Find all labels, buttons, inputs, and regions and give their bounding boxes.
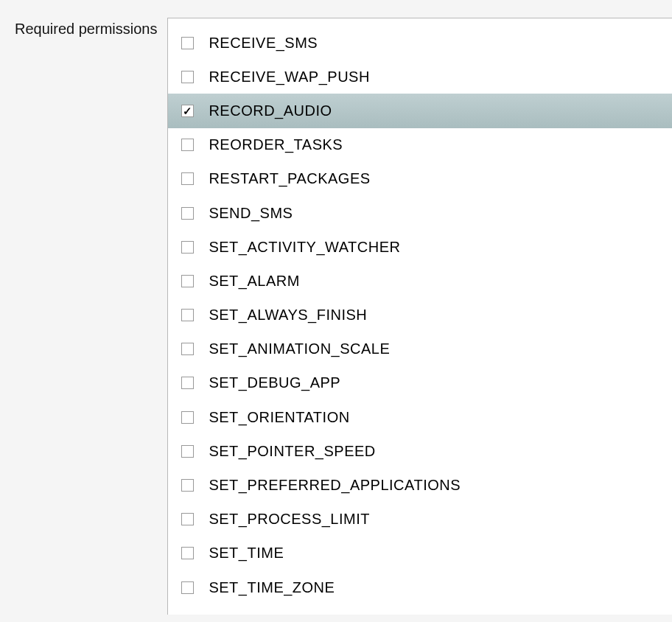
permissions-panel: Required permissions ✓RECEIVE_SMS✓RECEIV…: [0, 0, 672, 622]
permission-checkbox[interactable]: ✓: [181, 411, 194, 424]
permission-checkbox[interactable]: ✓: [181, 37, 194, 49]
permission-checkbox[interactable]: ✓: [181, 377, 194, 389]
permission-row[interactable]: ✓RECEIVE_SMS: [168, 26, 672, 60]
permission-checkbox[interactable]: ✓: [181, 105, 194, 117]
permission-label: RESTART_PACKAGES: [209, 170, 370, 187]
permission-checkbox[interactable]: ✓: [181, 241, 194, 254]
permission-checkbox[interactable]: ✓: [181, 207, 194, 220]
permission-checkbox[interactable]: ✓: [181, 479, 194, 492]
permission-label: RECEIVE_SMS: [209, 35, 318, 52]
permission-label: SET_ALARM: [209, 273, 299, 290]
permissions-list-box[interactable]: ✓RECEIVE_SMS✓RECEIVE_WAP_PUSH✓RECORD_AUD…: [167, 18, 672, 615]
permission-label: SET_ALWAYS_FINISH: [209, 307, 367, 324]
permission-row[interactable]: ✓REORDER_TASKS: [168, 128, 672, 162]
permission-row[interactable]: ✓SET_PROCESS_LIMIT: [168, 503, 672, 537]
permission-row[interactable]: ✓SET_PREFERRED_APPLICATIONS: [168, 468, 672, 502]
permission-checkbox[interactable]: ✓: [181, 445, 194, 458]
permission-row[interactable]: ✓SET_ACTIVITY_WATCHER: [168, 230, 672, 264]
permission-row[interactable]: ✓SET_POINTER_SPEED: [168, 434, 672, 468]
permission-checkbox[interactable]: ✓: [181, 172, 194, 185]
permission-row[interactable]: ✓SET_ALARM: [168, 264, 672, 298]
permission-checkbox[interactable]: ✓: [181, 513, 194, 525]
permission-checkbox[interactable]: ✓: [181, 139, 194, 151]
permissions-list: ✓RECEIVE_SMS✓RECEIVE_WAP_PUSH✓RECORD_AUD…: [168, 18, 672, 615]
permission-label: RECORD_AUDIO: [209, 102, 332, 119]
permission-row[interactable]: ✓SET_ORIENTATION: [168, 400, 672, 434]
checkmark-icon: ✓: [183, 105, 192, 116]
permission-checkbox[interactable]: ✓: [181, 71, 194, 83]
permission-label: SET_PREFERRED_APPLICATIONS: [209, 477, 461, 494]
permission-label: SET_WALLPAPER: [209, 613, 339, 615]
permission-label: SET_DEBUG_APP: [209, 374, 340, 391]
permission-checkbox[interactable]: ✓: [181, 275, 194, 287]
permission-row[interactable]: ✓RECORD_AUDIO: [168, 94, 672, 127]
permission-label: SET_PROCESS_LIMIT: [209, 511, 370, 528]
permission-row[interactable]: ✓SET_WALLPAPER: [168, 604, 672, 615]
permission-row[interactable]: ✓SET_ALWAYS_FINISH: [168, 298, 672, 332]
permission-checkbox[interactable]: ✓: [181, 581, 194, 594]
permission-row[interactable]: ✓RECEIVE_WAP_PUSH: [168, 60, 672, 94]
permission-label: RECEIVE_WAP_PUSH: [209, 69, 369, 85]
permission-label: SET_POINTER_SPEED: [209, 443, 375, 460]
permission-label: SET_ORIENTATION: [209, 409, 349, 426]
permission-checkbox[interactable]: ✓: [181, 309, 194, 321]
permission-checkbox[interactable]: ✓: [181, 343, 194, 355]
permission-label: SET_ANIMATION_SCALE: [209, 340, 390, 357]
permission-label: SET_TIME: [209, 545, 284, 562]
permission-row[interactable]: ✓SET_ANIMATION_SCALE: [168, 332, 672, 366]
permission-row[interactable]: ✓SET_TIME_ZONE: [168, 570, 672, 604]
permission-label: REORDER_TASKS: [209, 136, 343, 153]
permission-label: SET_ACTIVITY_WATCHER: [209, 239, 400, 256]
permission-row[interactable]: ✓SET_DEBUG_APP: [168, 366, 672, 400]
permission-row[interactable]: ✓RESTART_PACKAGES: [168, 162, 672, 196]
permission-checkbox[interactable]: ✓: [181, 547, 194, 559]
section-label: Required permissions: [15, 13, 167, 622]
permission-row[interactable]: ✓SET_TIME: [168, 537, 672, 570]
permission-label: SET_TIME_ZONE: [209, 579, 335, 596]
permission-row[interactable]: ✓SEND_SMS: [168, 196, 672, 230]
permission-label: SEND_SMS: [209, 205, 293, 222]
